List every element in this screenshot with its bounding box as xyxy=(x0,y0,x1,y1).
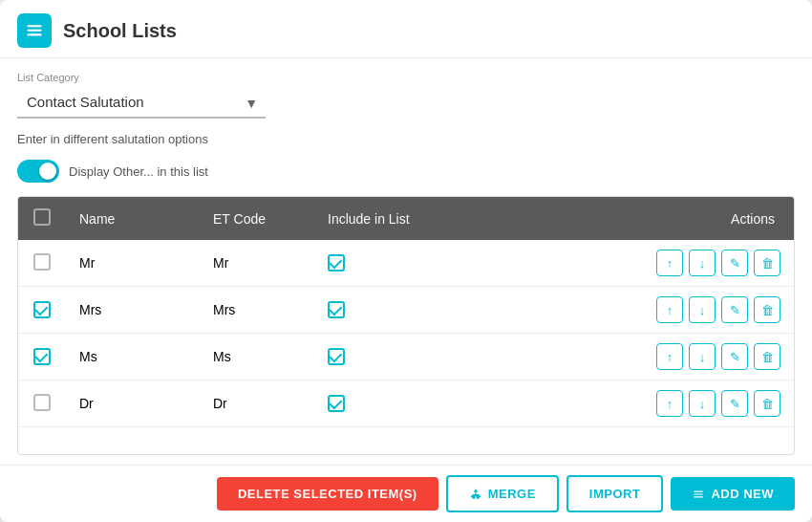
move-up-button[interactable]: ↑ xyxy=(656,343,683,370)
app-icon xyxy=(17,13,52,48)
header-actions-col: Actions xyxy=(448,197,794,240)
main-content: List Category Contact Salutation Title G… xyxy=(0,58,812,465)
row-name: Mrs xyxy=(66,287,200,334)
row-actions: ↑↓✎🗑 xyxy=(448,381,794,427)
row-actions: ↑↓✎🗑 xyxy=(448,287,794,334)
list-category-wrapper: Contact Salutation Title Gender ▼ xyxy=(17,87,266,119)
delete-button[interactable]: 🗑 xyxy=(754,390,780,417)
include-checkbox[interactable] xyxy=(328,348,345,365)
header-name-col: Name xyxy=(66,197,200,240)
include-checkbox[interactable] xyxy=(328,254,345,272)
row-etcode: Mrs xyxy=(200,287,314,334)
row-include xyxy=(314,287,448,334)
move-down-button[interactable]: ↓ xyxy=(689,343,716,370)
data-table-wrapper: Name ET Code Include in List Actions MrM… xyxy=(17,196,795,455)
move-down-button[interactable]: ↓ xyxy=(689,250,716,276)
include-checkbox[interactable] xyxy=(328,301,345,318)
row-checkbox[interactable] xyxy=(33,348,51,365)
svg-rect-2 xyxy=(28,33,42,35)
row-name: Mr xyxy=(66,240,200,287)
list-category-label: List Category xyxy=(17,72,795,83)
move-down-button[interactable]: ↓ xyxy=(689,390,716,417)
row-check-cell xyxy=(18,334,66,381)
merge-button[interactable]: MERGE xyxy=(446,475,559,512)
row-check-cell xyxy=(18,240,66,287)
row-etcode: Ms xyxy=(200,334,314,381)
edit-button[interactable]: ✎ xyxy=(721,390,748,417)
select-all-checkbox[interactable] xyxy=(33,208,51,226)
row-name: Dr xyxy=(66,381,200,427)
add-new-label: ADD NEW xyxy=(711,487,774,501)
header-etcode-col: ET Code xyxy=(200,197,314,240)
table-row: MsMs↑↓✎🗑 xyxy=(18,334,794,381)
footer: DELETE SELECTED ITEM(S) MERGE IMPORT ADD… xyxy=(0,465,812,522)
delete-button[interactable]: 🗑 xyxy=(754,296,780,323)
move-up-button[interactable]: ↑ xyxy=(656,296,683,323)
row-actions: ↑↓✎🗑 xyxy=(448,334,794,381)
row-etcode: Dr xyxy=(200,381,314,427)
row-actions: ↑↓✎🗑 xyxy=(448,240,794,287)
toggle-label: Display Other... in this list xyxy=(69,164,208,179)
row-name: Ms xyxy=(66,334,200,381)
move-down-button[interactable]: ↓ xyxy=(689,296,716,323)
toggle-row: Display Other... in this list xyxy=(17,160,795,183)
row-etcode: Mr xyxy=(200,240,314,287)
merge-icon xyxy=(469,488,482,501)
svg-rect-0 xyxy=(28,25,42,27)
table-header-row: Name ET Code Include in List Actions xyxy=(18,197,794,240)
edit-button[interactable]: ✎ xyxy=(721,343,748,370)
row-check-cell xyxy=(18,287,66,334)
add-icon xyxy=(692,488,705,501)
row-checkbox[interactable] xyxy=(33,301,51,318)
data-table: Name ET Code Include in List Actions MrM… xyxy=(18,197,794,427)
header: School Lists xyxy=(0,0,812,58)
edit-button[interactable]: ✎ xyxy=(721,296,748,323)
move-up-button[interactable]: ↑ xyxy=(656,250,683,276)
include-checkbox[interactable] xyxy=(328,395,345,412)
edit-button[interactable]: ✎ xyxy=(721,250,748,276)
row-include xyxy=(314,240,448,287)
import-button[interactable]: IMPORT xyxy=(566,475,664,512)
app-container: School Lists List Category Contact Salut… xyxy=(0,0,812,522)
delete-selected-button[interactable]: DELETE SELECTED ITEM(S) xyxy=(217,477,438,511)
table-row: MrMr↑↓✎🗑 xyxy=(18,240,794,287)
display-other-toggle[interactable] xyxy=(17,160,59,183)
row-include xyxy=(314,381,448,427)
header-include-col: Include in List xyxy=(314,197,448,240)
table-row: DrDr↑↓✎🗑 xyxy=(18,381,794,427)
move-up-button[interactable]: ↑ xyxy=(656,390,683,417)
header-check-col xyxy=(18,197,66,240)
row-include xyxy=(314,334,448,381)
page-title: School Lists xyxy=(63,20,177,42)
list-category-select[interactable]: Contact Salutation Title Gender xyxy=(17,87,266,119)
add-new-button[interactable]: ADD NEW xyxy=(671,477,795,511)
list-icon xyxy=(25,21,44,40)
delete-button[interactable]: 🗑 xyxy=(754,343,780,370)
row-checkbox[interactable] xyxy=(33,394,51,411)
delete-button[interactable]: 🗑 xyxy=(754,250,780,276)
row-checkbox[interactable] xyxy=(33,253,51,271)
merge-label: MERGE xyxy=(488,487,536,501)
svg-rect-1 xyxy=(28,30,42,32)
table-row: MrsMrs↑↓✎🗑 xyxy=(18,287,794,334)
row-check-cell xyxy=(18,381,66,427)
description-text: Enter in different salutation options xyxy=(17,132,795,146)
